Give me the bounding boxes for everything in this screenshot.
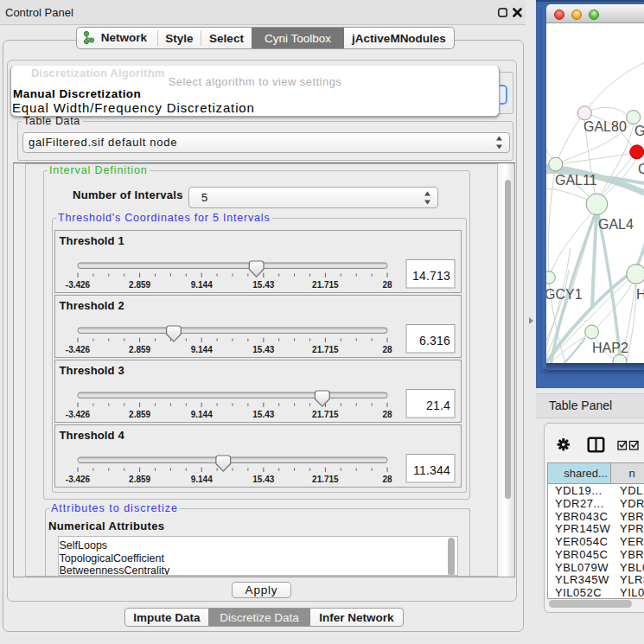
svg-text:GAL4: GAL4 (598, 217, 634, 232)
svg-text:GAL80: GAL80 (583, 119, 627, 134)
svg-text:C: C (638, 162, 644, 176)
svg-text:GA: GA (634, 124, 644, 138)
svg-text:GAL11: GAL11 (555, 173, 597, 188)
svg-text:H: H (636, 287, 644, 302)
svg-text:HAP2: HAP2 (592, 341, 628, 355)
svg-text:GCY1: GCY1 (546, 287, 583, 302)
